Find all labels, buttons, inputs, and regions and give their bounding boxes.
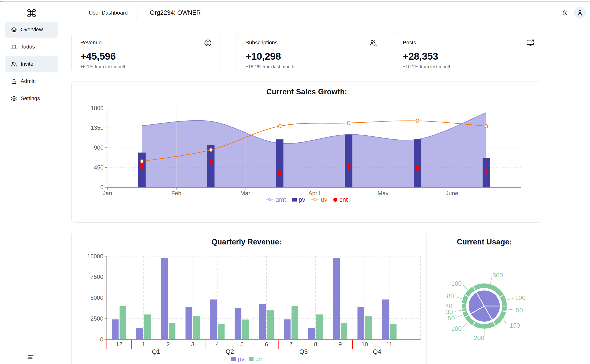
users-icon [369,39,377,47]
sidebar-item-overview[interactable]: Overview [5,22,58,38]
home-icon [11,27,17,33]
line-marker-icon [311,198,319,202]
current-usage-chart: 1003001008040305010020015050 [427,231,542,364]
usage-chart-title: Current Usage: [427,238,542,246]
sidebar-nav: Overview Todos Invite Admin Settings [5,22,58,108]
svg-text:150: 150 [509,322,520,329]
svg-text:450: 450 [94,164,104,171]
stat-change: +18.1% from last month [246,64,376,69]
current-usage-card: Current Usage: 1003001008040305010020015… [426,231,542,364]
stat-value: +10,298 [246,51,376,62]
sidebar-item-invite[interactable]: Invite [5,56,58,72]
laptop-icon [11,44,17,50]
sidebar-item-label: Todos [21,44,35,50]
svg-text:2500: 2500 [90,315,103,322]
svg-text:Q1: Q1 [152,348,160,355]
sidebar-item-label: Invite [21,61,33,67]
svg-text:900: 900 [94,144,104,151]
sidebar-item-label: Settings [21,95,40,102]
header: User Dashboard Org2234: OWNER [63,2,590,23]
user-menu-button[interactable] [574,7,586,19]
sidebar-item-label: Overview [21,26,43,33]
legend-item-amt: amt [266,196,286,203]
svg-text:1: 1 [142,341,145,348]
user-icon [577,9,583,16]
line-marker-icon [266,198,274,202]
sidebar-item-admin[interactable]: Admin [5,73,58,89]
sidebar-item-settings[interactable]: Settings [5,90,58,106]
lock-icon [11,78,17,84]
svg-text:Mar: Mar [240,190,250,196]
sidebar-collapse-button[interactable] [27,354,34,361]
legend-label: cnt [339,196,348,203]
screen-share-icon [526,39,534,47]
svg-text:3: 3 [191,341,194,348]
align-left-icon [27,354,34,361]
sidebar-item-todos[interactable]: Todos [5,39,58,55]
svg-text:1800: 1800 [91,105,104,111]
svg-text:Q2: Q2 [226,348,234,355]
svg-text:0: 0 [100,336,103,343]
svg-text:5: 5 [240,341,243,348]
svg-text:Q3: Q3 [299,348,308,355]
quarterly-chart-legend: pv uv [72,355,422,363]
quarterly-chart-title: Quarterly Revenue: [72,238,422,246]
sun-icon [562,10,568,16]
app-logo[interactable] [0,8,63,19]
svg-text:Feb: Feb [171,190,181,196]
page-title: Org2234: OWNER [150,2,201,23]
legend-item-cnt: cnt [333,196,348,203]
stat-label: Subscriptions [246,40,376,46]
svg-text:7: 7 [289,341,293,348]
legend-label: uv [255,355,262,363]
svg-text:0: 0 [100,184,104,190]
svg-text:200: 200 [474,334,484,341]
stat-value: +28,353 [403,51,533,62]
main-area: User Dashboard Org2234: OWNER Revenue +4… [63,2,590,364]
gear-icon [11,96,17,102]
svg-text:June: June [446,190,458,196]
square-marker-icon [292,198,297,202]
legend-label: pv [238,355,244,363]
legend-item-pv: pv [231,355,244,363]
users-icon [11,61,17,67]
svg-text:100: 100 [451,280,462,287]
stat-value: +45,596 [80,51,211,62]
svg-text:1350: 1350 [91,124,104,131]
svg-text:300: 300 [492,272,503,279]
stat-label: Revenue [80,40,211,46]
svg-text:10: 10 [361,341,368,348]
square-marker-icon [231,357,236,361]
svg-text:50: 50 [448,315,455,322]
legend-item-uv: uv [249,355,262,363]
legend-item-pv: pv [292,196,305,203]
svg-text:100: 100 [451,325,462,332]
user-dashboard-button[interactable]: User Dashboard [79,6,138,20]
sales-growth-card: Current Sales Growth: JanFebMarAprilMayJ… [71,81,542,223]
svg-text:50: 50 [516,307,523,314]
svg-text:Q4: Q4 [373,348,381,355]
top-strip-tip [0,1,2,2]
svg-text:4: 4 [216,341,219,348]
svg-text:100: 100 [515,294,525,301]
svg-text:80: 80 [447,293,454,299]
stat-card-posts: Posts +28,353 +10.1% from last month [394,32,542,73]
theme-toggle-button[interactable] [559,7,570,18]
svg-text:7500: 7500 [90,274,103,280]
svg-text:April: April [308,190,320,196]
svg-text:May: May [377,190,388,196]
svg-text:5000: 5000 [90,294,103,301]
legend-label: pv [299,196,305,203]
stat-change: +6.1% from last month [80,64,211,69]
legend-label: uv [321,196,327,203]
square-marker-icon [249,357,254,361]
svg-text:30: 30 [446,308,453,315]
svg-text:Jan: Jan [103,190,112,196]
stat-change: +10.1% from last month [403,64,533,69]
sales-chart-legend: amt pv uv cnt [72,196,542,203]
quarterly-revenue-chart: 121234567891011025005000750010000Q1Q2Q3Q… [72,231,422,364]
circle-marker-icon [333,198,337,202]
command-icon [26,8,37,18]
legend-item-uv: uv [311,196,327,203]
sales-chart-title: Current Sales Growth: [72,88,542,96]
